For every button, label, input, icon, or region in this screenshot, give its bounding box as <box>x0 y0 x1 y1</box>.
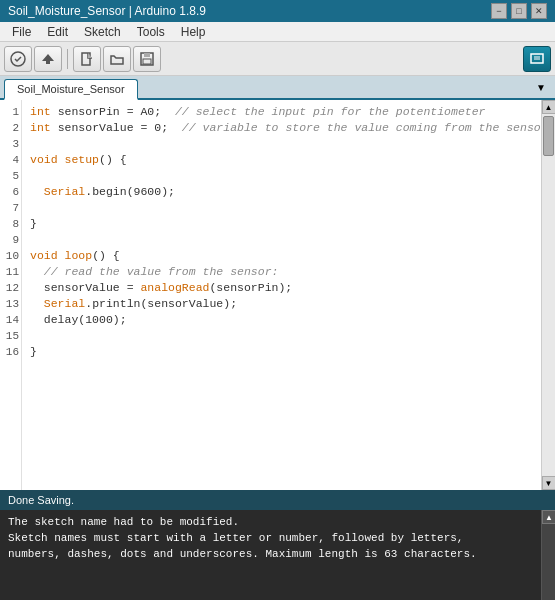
title-bar-title: Soil_Moisture_Sensor | Arduino 1.8.9 <box>8 4 206 18</box>
maximize-button[interactable]: □ <box>511 3 527 19</box>
minimize-button[interactable]: − <box>491 3 507 19</box>
console-header: Done Saving. <box>0 490 555 510</box>
menu-file[interactable]: File <box>4 23 39 41</box>
tab-dropdown-button[interactable]: ▼ <box>531 76 551 98</box>
scroll-track[interactable] <box>542 114 555 476</box>
verify-button[interactable] <box>4 46 32 72</box>
menu-bar: File Edit Sketch Tools Help <box>0 22 555 42</box>
close-button[interactable]: ✕ <box>531 3 547 19</box>
svg-rect-6 <box>143 59 151 64</box>
title-bar: Soil_Moisture_Sensor | Arduino 1.8.9 − □… <box>0 0 555 22</box>
console-row: The sketch name had to be modified. Sket… <box>0 510 555 600</box>
toolbar-separator-1 <box>67 49 68 69</box>
code-editor[interactable]: int sensorPin = A0; // select the input … <box>22 100 541 490</box>
toolbar <box>0 42 555 76</box>
menu-sketch[interactable]: Sketch <box>76 23 129 41</box>
save-button[interactable] <box>133 46 161 72</box>
console-text: The sketch name had to be modified. Sket… <box>0 510 541 600</box>
console-scroll-track <box>542 524 555 600</box>
console-line-3: numbers, dashes, dots and underscores. M… <box>8 546 533 562</box>
scroll-down-arrow[interactable]: ▼ <box>542 476 556 490</box>
editor-scrollbar[interactable]: ▲ ▼ <box>541 100 555 490</box>
console-scroll-up[interactable]: ▲ <box>542 510 555 524</box>
svg-marker-1 <box>42 54 54 64</box>
tab-soil-moisture-sensor[interactable]: Soil_Moisture_Sensor <box>4 79 138 100</box>
menu-tools[interactable]: Tools <box>129 23 173 41</box>
line-numbers: 1 2 3 4 5 6 7 8 9 10 11 12 13 14 15 16 <box>0 100 22 490</box>
svg-rect-5 <box>144 53 150 57</box>
editor-container: 1 2 3 4 5 6 7 8 9 10 11 12 13 14 15 16 i… <box>0 100 555 490</box>
scroll-thumb[interactable] <box>543 116 554 156</box>
title-bar-controls: − □ ✕ <box>491 3 547 19</box>
console-status: Done Saving. <box>8 494 74 506</box>
menu-help[interactable]: Help <box>173 23 214 41</box>
scroll-up-arrow[interactable]: ▲ <box>542 100 556 114</box>
console-line-1: The sketch name had to be modified. <box>8 514 533 530</box>
tab-label: Soil_Moisture_Sensor <box>17 83 125 95</box>
console-container: Done Saving. The sketch name had to be m… <box>0 490 555 600</box>
menu-edit[interactable]: Edit <box>39 23 76 41</box>
console-line-2: Sketch names must start with a letter or… <box>8 530 533 546</box>
serial-monitor-button[interactable] <box>523 46 551 72</box>
open-button[interactable] <box>103 46 131 72</box>
new-button[interactable] <box>73 46 101 72</box>
console-scrollbar[interactable]: ▲ ▼ <box>541 510 555 600</box>
upload-button[interactable] <box>34 46 62 72</box>
tab-bar: Soil_Moisture_Sensor ▼ <box>0 76 555 100</box>
